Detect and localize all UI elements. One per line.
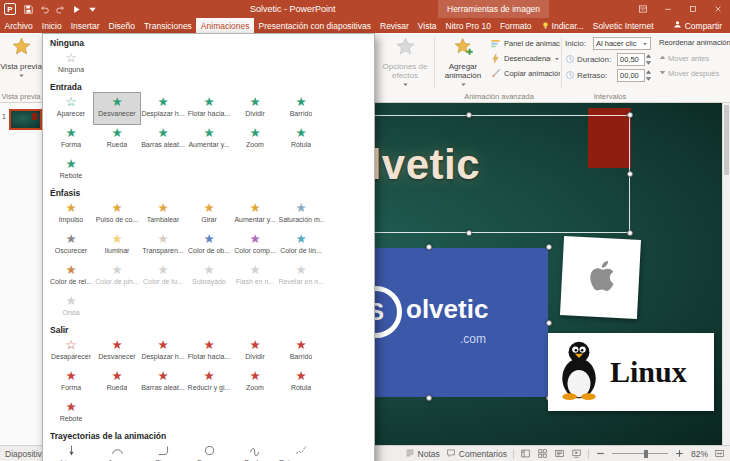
fit-slide-button[interactable]	[714, 448, 725, 459]
ribbon-tab[interactable]: Insertar	[66, 18, 104, 33]
animation-effect[interactable]: ★ Color de pin...	[94, 261, 140, 292]
animation-effect[interactable]: Líneas	[48, 442, 94, 461]
animation-effect[interactable]: ★ Forma	[48, 124, 94, 155]
animation-effect[interactable]: ☆ Ninguna	[48, 49, 94, 80]
ribbon-tab[interactable]: Animaciones	[196, 18, 254, 33]
selection-handle[interactable]	[546, 320, 552, 326]
animation-effect[interactable]: Formas	[186, 442, 232, 461]
animation-effect[interactable]: ★ Desvanecer	[94, 93, 140, 124]
ribbon-tab[interactable]: Diseño	[104, 18, 139, 33]
animation-effect[interactable]: ★ Rebote	[48, 398, 94, 429]
comments-toggle[interactable]: Comentarios	[446, 448, 507, 460]
animation-effect[interactable]: ★ Color de ob...	[186, 230, 232, 261]
animation-effect[interactable]: ★ Desplazar h...	[140, 93, 186, 124]
notes-toggle[interactable]: Notas	[405, 448, 440, 460]
animation-effect[interactable]: ★ Color comp...	[232, 230, 278, 261]
ribbon-tab[interactable]: Indicar...	[536, 18, 588, 33]
animation-effect[interactable]: ★ Rueda	[94, 124, 140, 155]
zoom-in-button[interactable]	[674, 448, 685, 459]
ribbon-small-button[interactable]: Panel de animación	[490, 36, 560, 51]
animation-effect[interactable]: ★ Flotar hacia...	[186, 336, 232, 367]
slide-sorter-view-button[interactable]	[537, 448, 548, 459]
selection-handle[interactable]	[627, 171, 633, 177]
scrollbar-thumb[interactable]	[724, 105, 729, 175]
selection-handle[interactable]	[466, 112, 472, 118]
slide-thumbnail[interactable]	[9, 109, 42, 130]
zoom-slider[interactable]	[612, 449, 668, 459]
selection-handle[interactable]	[426, 395, 432, 401]
animation-effect[interactable]: Giros	[140, 442, 186, 461]
start-dropdown[interactable]: Al hacer clic	[593, 37, 651, 50]
selection-handle[interactable]	[627, 112, 633, 118]
apple-logo-card[interactable]	[560, 236, 641, 319]
redo-icon[interactable]	[54, 3, 67, 16]
animation-effect[interactable]: ★ Barrido	[278, 93, 324, 124]
vertical-scrollbar[interactable]	[722, 103, 730, 445]
ribbon-tab[interactable]: Archivo	[0, 18, 37, 33]
slideshow-view-button[interactable]	[571, 448, 582, 459]
start-slideshow-icon[interactable]	[70, 3, 83, 16]
animation-effect[interactable]: ★ Pulso de co...	[94, 199, 140, 230]
delay-spinner[interactable]	[645, 69, 652, 82]
preview-button[interactable]: Vista previa	[0, 33, 47, 79]
customize-qat-icon[interactable]	[86, 3, 99, 16]
animation-effect[interactable]: Ruta person...	[278, 442, 324, 461]
ribbon-small-button[interactable]: Desencadenar	[490, 51, 560, 66]
normal-view-button[interactable]	[520, 448, 531, 459]
animation-effect[interactable]: ☆ Desaparecer	[48, 336, 94, 367]
animation-effect[interactable]: ★ Revelar en n...	[278, 261, 324, 292]
animation-effect[interactable]: ★ Forma	[48, 367, 94, 398]
animation-effect[interactable]: ★ Reducir y gi...	[186, 367, 232, 398]
selection-handle[interactable]	[627, 230, 633, 236]
ribbon-display-options-icon[interactable]	[630, 0, 655, 18]
animation-effect[interactable]: ★ Barrido	[278, 336, 324, 367]
maximize-icon[interactable]	[680, 0, 705, 18]
move-later-button[interactable]: Mover después	[659, 69, 719, 78]
ribbon-small-button[interactable]: Copiar animación	[490, 66, 560, 81]
undo-icon[interactable]	[38, 3, 51, 16]
ribbon-tab[interactable]: Revisar	[376, 18, 414, 33]
animation-effect[interactable]: ★ Rótula	[278, 124, 324, 155]
close-icon[interactable]	[705, 0, 730, 18]
animation-effect[interactable]: ★ Rótula	[278, 367, 324, 398]
move-earlier-button[interactable]: Mover antes	[659, 54, 709, 63]
animation-effect[interactable]: ★ Dividir	[232, 93, 278, 124]
save-icon[interactable]	[22, 3, 35, 16]
ribbon-tab[interactable]: Formato	[495, 18, 536, 33]
selection-handle[interactable]	[426, 244, 432, 250]
zoom-percentage[interactable]: 82%	[691, 449, 708, 459]
animation-effect[interactable]: ★ Aumentar y...	[232, 199, 278, 230]
animation-effect[interactable]: ★ Color de rel...	[48, 261, 94, 292]
animation-effect[interactable]: ★ Rueda	[94, 367, 140, 398]
animation-effect[interactable]: ★ Iluminar	[94, 230, 140, 261]
animation-effect[interactable]: ★ Color de fu...	[140, 261, 186, 292]
animation-effect[interactable]: ★ Rebote	[48, 155, 94, 186]
duration-spinner[interactable]	[645, 53, 652, 66]
animation-effect[interactable]: ★ Flash en n...	[232, 261, 278, 292]
animation-effect[interactable]: ★ Barras aleat...	[140, 367, 186, 398]
animation-effect[interactable]: ★ Color de lín...	[278, 230, 324, 261]
animation-effect[interactable]: ★ Dividir	[232, 336, 278, 367]
selection-handle[interactable]	[466, 230, 472, 236]
animation-effect[interactable]: ☆ Aparecer	[48, 93, 94, 124]
animation-effect[interactable]: ★ Flotar hacia...	[186, 93, 232, 124]
effect-options-button[interactable]: Opciones de efectos	[376, 33, 434, 88]
add-animation-button[interactable]: Agregar animación	[437, 33, 489, 88]
animation-effect[interactable]: ★ Zoom	[232, 367, 278, 398]
animation-effect[interactable]: ★ Zoom	[232, 124, 278, 155]
animation-effect[interactable]: ★ Oscurecer	[48, 230, 94, 261]
zoom-out-button[interactable]	[595, 448, 606, 459]
animation-effect[interactable]: ★ Transparen...	[140, 230, 186, 261]
linux-card[interactable]: Linux	[548, 333, 714, 411]
share-button[interactable]: Compartir	[665, 18, 730, 33]
animation-effect[interactable]: ★ Desvanecer	[94, 336, 140, 367]
duration-input[interactable]: 00,50	[617, 53, 645, 66]
animation-effect[interactable]: Arcos	[94, 442, 140, 461]
ribbon-tab[interactable]: Presentación con diapositivas	[254, 18, 375, 33]
selection-handle[interactable]	[546, 244, 552, 250]
animation-effect[interactable]: ★ Barras aleat...	[140, 124, 186, 155]
ribbon-tab[interactable]: Solvetic Internet	[588, 18, 658, 33]
ribbon-tab[interactable]: Inicio	[37, 18, 66, 33]
animation-effect[interactable]: ★ Tambalear	[140, 199, 186, 230]
animation-effect[interactable]: ★ Saturación m...	[278, 199, 324, 230]
